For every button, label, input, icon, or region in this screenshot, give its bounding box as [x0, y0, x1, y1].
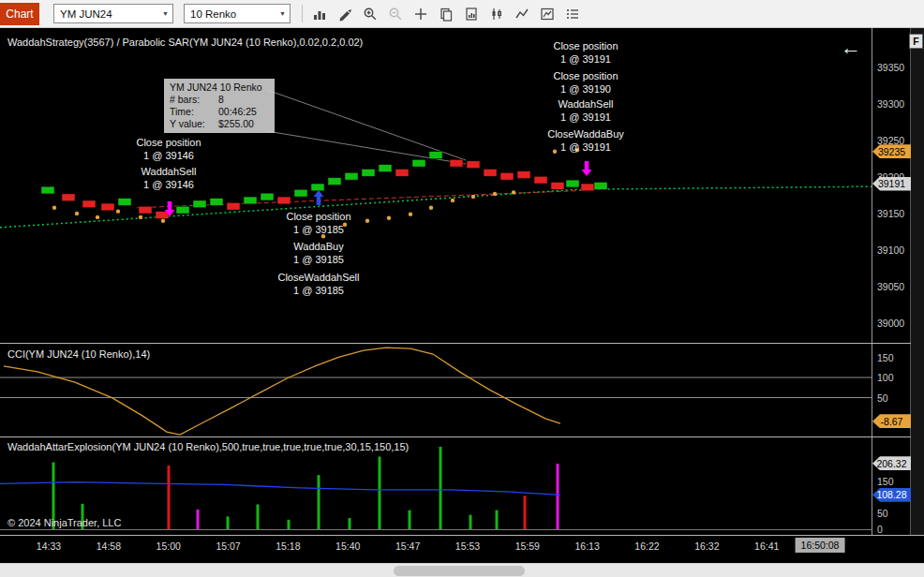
- time-axis-label: 15:59: [515, 540, 540, 552]
- pencil-icon[interactable]: [335, 4, 354, 23]
- renko-brick: [395, 169, 409, 176]
- time-axis-label: 16:41: [754, 540, 779, 552]
- time-axis-label: 14:58: [97, 540, 121, 552]
- waddah-bar: [288, 520, 291, 529]
- renko-brick: [277, 197, 291, 204]
- psar-dot: [471, 195, 475, 199]
- horizontal-scrollbar[interactable]: [0, 563, 924, 577]
- trade-annotation: Close position1 @ 39190: [553, 69, 618, 96]
- toolbar: Chart YM JUN24 ▼ 10 Renko ▼: [0, 0, 924, 28]
- zoom-out-icon[interactable]: [386, 4, 405, 23]
- zigzag-icon[interactable]: [513, 4, 531, 23]
- axis-value-badge: 206.32: [872, 456, 911, 470]
- time-axis-label: 16:32: [694, 540, 719, 552]
- tooltip-title: YM JUN24 10 Renko: [170, 81, 269, 94]
- trade-annotation: WaddahSell1 @ 39146: [142, 165, 197, 191]
- time-axis-label: 15:18: [276, 540, 300, 552]
- time-axis-label: 15:53: [455, 540, 480, 552]
- waddah-bar: [496, 510, 499, 529]
- cci-line: [4, 348, 560, 435]
- time-axis-label: 16:13: [575, 540, 600, 552]
- axis-value-badge: 39235: [872, 144, 911, 158]
- renko-brick: [193, 200, 206, 208]
- chart-canvas[interactable]: [0, 0, 924, 577]
- renko-brick: [345, 172, 358, 180]
- psar-dot: [387, 215, 391, 219]
- report-icon[interactable]: [462, 4, 481, 23]
- renko-brick: [176, 206, 189, 214]
- trade-annotation: Close position1 @ 39185: [286, 210, 350, 236]
- renko-brick: [311, 184, 324, 191]
- psar-dot: [161, 219, 165, 223]
- renko-brick: [581, 184, 594, 191]
- copy-icon[interactable]: [437, 4, 455, 23]
- renko-brick: [62, 194, 75, 201]
- waddah-bar: [440, 447, 442, 529]
- renko-brick: [244, 197, 257, 204]
- psar-dot: [409, 213, 412, 216]
- renko-brick: [551, 182, 564, 189]
- waddah-bar: [379, 456, 381, 529]
- psar-dot: [96, 215, 99, 219]
- waddah-bar: [524, 496, 527, 529]
- waddah-bar: [318, 475, 320, 529]
- renko-brick: [328, 178, 341, 185]
- renko-brick: [294, 189, 307, 197]
- zoom-in-icon[interactable]: [361, 4, 380, 23]
- axis-value-badge: -8.67: [872, 414, 911, 428]
- psar-dot: [75, 212, 79, 215]
- back-arrow-button[interactable]: ←: [841, 37, 861, 58]
- tab-chart[interactable]: Chart: [0, 3, 39, 25]
- toolbar-separator: [302, 5, 303, 22]
- waddah-panel-title: WaddahAttarExplosion(YM JUN24 (10 Renko)…: [7, 441, 409, 452]
- trade-annotation: Close position1 @ 39191: [553, 39, 618, 66]
- renko-brick: [261, 193, 274, 200]
- renko-brick: [101, 203, 114, 211]
- waddah-bar: [409, 510, 411, 529]
- period-select[interactable]: 10 Renko ▼: [184, 4, 291, 23]
- waddah-signal-line: [0, 482, 560, 496]
- psar-dot: [429, 206, 433, 210]
- list-icon[interactable]: [563, 4, 582, 23]
- psar-dot: [493, 192, 497, 196]
- renko-brick: [118, 199, 131, 206]
- waddah-axis-label: 50: [877, 508, 888, 519]
- candlestick-chart-icon[interactable]: [487, 4, 506, 23]
- renko-brick: [594, 182, 607, 189]
- renko-brick: [82, 200, 96, 208]
- pattern-box-icon[interactable]: [538, 4, 557, 23]
- waddah-bar: [349, 518, 351, 529]
- waddah-bar: [168, 466, 171, 529]
- focus-button[interactable]: F: [909, 34, 923, 49]
- ninjatrader-chart-window: WaddahStrategy(3567) / Parabolic SAR(YM …: [0, 0, 924, 577]
- tooltip-callout-line: [267, 90, 466, 160]
- renko-brick: [534, 176, 547, 184]
- renko-brick: [379, 165, 392, 172]
- price-axis-label: 39100: [877, 244, 904, 256]
- cci-axis-label: 150: [877, 352, 894, 363]
- renko-brick: [467, 161, 480, 169]
- trade-annotation: WaddahSell1 @ 39191: [559, 97, 614, 124]
- right-rail: [911, 28, 924, 535]
- period-value: 10 Renko: [190, 8, 236, 20]
- scrollbar-thumb[interactable]: [394, 566, 525, 576]
- toolbar-icons: [310, 4, 582, 23]
- psar-dot: [139, 215, 142, 219]
- tooltip-row: Y value:$255.00: [170, 118, 269, 130]
- psar-dot: [52, 206, 56, 210]
- trade-arrow-down: [582, 161, 592, 176]
- renko-brick: [362, 169, 375, 176]
- instrument-select[interactable]: YM JUN24 ▼: [53, 4, 173, 23]
- price-panel-title: WaddahStrategy(3567) / Parabolic SAR(YM …: [7, 37, 363, 48]
- psar-dot: [116, 209, 120, 213]
- axis-value-badge: 108.28: [872, 488, 911, 502]
- chevron-down-icon: ▼: [276, 10, 290, 17]
- chart-bars-icon[interactable]: [310, 4, 329, 23]
- crosshair-plus-icon[interactable]: [411, 4, 430, 23]
- renko-brick: [412, 159, 425, 167]
- current-time-badge: 16:50:08: [796, 538, 845, 553]
- renko-brick: [450, 159, 463, 167]
- renko-brick: [210, 199, 223, 206]
- waddah-bar: [227, 516, 230, 529]
- renko-brick: [500, 172, 514, 180]
